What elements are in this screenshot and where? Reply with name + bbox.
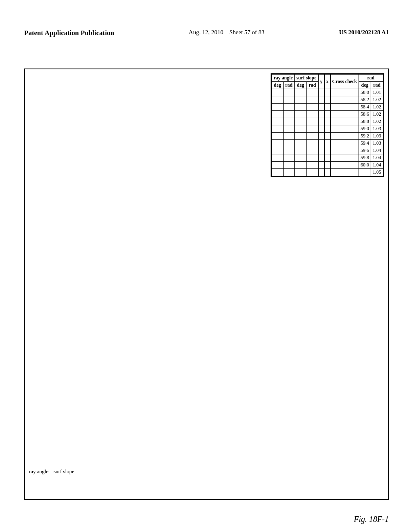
surf-slope-deg: deg — [294, 82, 306, 89]
main-content: ray angle surf slope y x Cross check rad… — [24, 69, 389, 500]
x-header: x — [324, 75, 330, 89]
table-row: 60.0 1.04 — [272, 162, 383, 169]
table-row: 58.6 1.02 — [272, 111, 383, 118]
table-row: 58.4 1.02 — [272, 104, 383, 111]
rad-rad: rad — [371, 82, 383, 89]
rad-deg: deg — [359, 82, 371, 89]
table-row: 59.4 1.03 — [272, 140, 383, 147]
table-row: 59.6 1.04 — [272, 147, 383, 154]
data-table-wrapper: ray angle surf slope y x Cross check rad… — [271, 73, 384, 177]
y-header: y — [318, 75, 324, 89]
ray-angle-label: ray angle — [29, 468, 48, 474]
patent-number: US 2010/202128 A1 — [339, 29, 389, 36]
header-center: Aug. 12, 2010 Sheet 57 of 83 — [189, 29, 265, 36]
surf-slope-label: surf slope — [54, 468, 74, 474]
table-row: 58.8 1.02 — [272, 118, 383, 125]
ray-angle-rad: rad — [283, 82, 294, 89]
bottom-labels: ray angle surf slope — [29, 468, 74, 475]
table-row: 59.2 1.03 — [272, 133, 383, 140]
ray-angle-header: ray angle — [272, 75, 295, 82]
rad-header: rad — [359, 75, 383, 82]
table-header-row-1: ray angle surf slope y x Cross check rad — [272, 75, 383, 82]
table-row: 59.0 1.03 — [272, 125, 383, 133]
publication-date: Aug. 12, 2010 — [189, 29, 223, 35]
data-table: ray angle surf slope y x Cross check rad… — [271, 74, 383, 176]
table-row: 58.0 1.01 — [272, 89, 383, 96]
page-header: Patent Application Publication Aug. 12, … — [0, 29, 413, 37]
table-row: 1.05 — [272, 169, 383, 176]
figure-caption: Fig. 18F-1 — [354, 515, 389, 524]
publication-title: Patent Application Publication — [24, 29, 114, 37]
cross-check-header: Cross check — [330, 75, 359, 89]
table-row: 58.2 1.02 — [272, 96, 383, 104]
sheet-info: Sheet 57 of 83 — [229, 29, 265, 35]
ray-angle-deg: deg — [272, 82, 283, 89]
surf-slope-header: surf slope — [294, 75, 318, 82]
surf-slope-rad: rad — [307, 82, 318, 89]
table-row: 59.8 1.04 — [272, 154, 383, 162]
